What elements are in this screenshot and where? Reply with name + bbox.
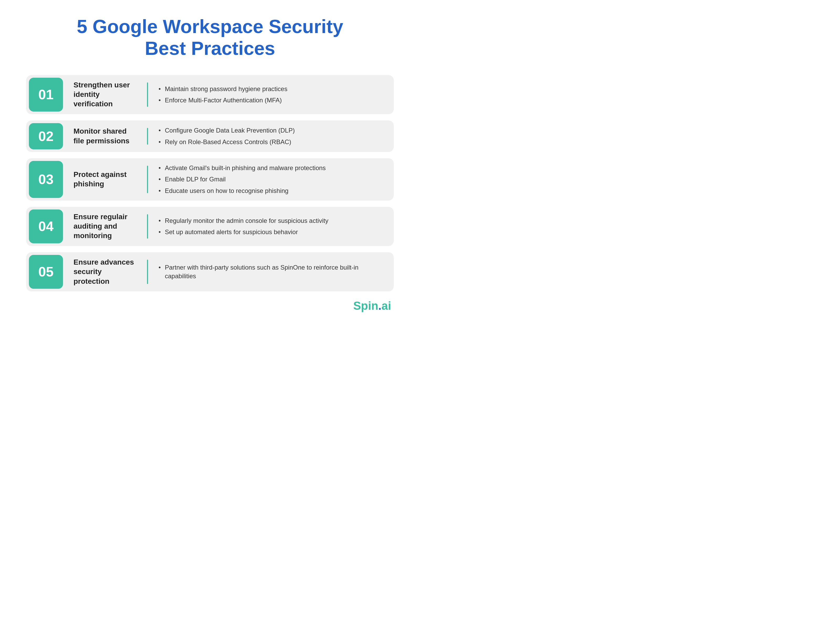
- item-number: 04: [38, 218, 54, 234]
- logo-area: Spin.ai: [26, 299, 394, 313]
- item-number-box: 03: [29, 161, 63, 198]
- list-item: 03Protect against phishingActivate Gmail…: [26, 158, 394, 201]
- item-content: Strengthen user identity verificationMai…: [66, 75, 394, 114]
- item-label: Ensure advances security protection: [74, 257, 147, 286]
- bullet-item: Activate Gmail's built-in phishing and m…: [159, 164, 388, 172]
- bullet-item: Enable DLP for Gmail: [159, 175, 388, 184]
- list-item: 01Strengthen user identity verificationM…: [26, 75, 394, 114]
- item-number: 01: [38, 87, 54, 103]
- item-label: Protect against phishing: [74, 170, 147, 189]
- item-number: 03: [38, 171, 54, 187]
- bullet-item: Educate users on how to recognise phishi…: [159, 186, 388, 195]
- item-content: Monitor shared file permissionsConfigure…: [66, 120, 394, 152]
- item-bullets-list: Partner with third-party solutions such …: [148, 263, 388, 281]
- item-number: 02: [38, 128, 54, 144]
- item-number-box: 05: [29, 255, 63, 289]
- bullet-item: Set up automated alerts for suspicious b…: [159, 227, 388, 237]
- item-content: Ensure advances security protectionPartn…: [66, 252, 394, 291]
- bullet-item: Maintain strong password hygiene practic…: [159, 85, 388, 93]
- item-content: Protect against phishingActivate Gmail's…: [66, 158, 394, 201]
- item-content: Ensure regulair auditing and monitoringR…: [66, 207, 394, 246]
- items-container: 01Strengthen user identity verificationM…: [26, 75, 394, 291]
- bullet-item: Partner with third-party solutions such …: [159, 263, 388, 281]
- item-label: Strengthen user identity verification: [74, 81, 147, 109]
- item-label: Monitor shared file permissions: [74, 126, 147, 146]
- list-item: 02Monitor shared file permissionsConfigu…: [26, 120, 394, 152]
- item-bullets-list: Regularly monitor the admin console for …: [148, 216, 388, 237]
- list-item: 04Ensure regulair auditing and monitorin…: [26, 207, 394, 246]
- item-label: Ensure regulair auditing and monitoring: [74, 212, 147, 241]
- item-bullets-list: Configure Google Data Leak Prevention (D…: [148, 126, 388, 146]
- brand-logo: Spin.ai: [353, 299, 391, 313]
- list-item: 05Ensure advances security protectionPar…: [26, 252, 394, 291]
- item-number: 05: [38, 264, 54, 279]
- item-number-box: 02: [29, 123, 63, 149]
- item-number-box: 01: [29, 78, 63, 112]
- item-bullets-list: Activate Gmail's built-in phishing and m…: [148, 164, 388, 195]
- bullet-item: Regularly monitor the admin console for …: [159, 216, 388, 225]
- page-title: 5 Google Workspace Security Best Practic…: [66, 16, 354, 59]
- bullet-item: Configure Google Data Leak Prevention (D…: [159, 126, 388, 135]
- bullet-item: Rely on Role-Based Access Controls (RBAC…: [159, 137, 388, 147]
- item-number-box: 04: [29, 210, 63, 243]
- item-bullets-list: Maintain strong password hygiene practic…: [148, 85, 388, 105]
- bullet-item: Enforce Multi-Factor Authentication (MFA…: [159, 96, 388, 105]
